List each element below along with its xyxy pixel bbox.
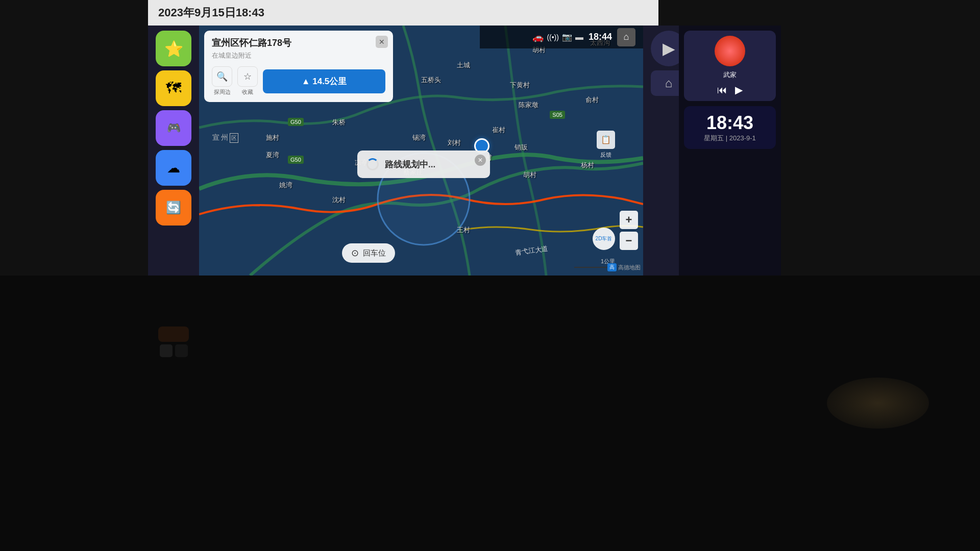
clock-time-display: 18:43 <box>690 112 770 134</box>
village-zhuqiao: 朱桥 <box>332 118 346 127</box>
village-shicun: 施村 <box>266 133 279 142</box>
map-top-bar: 🚗 ((•)) 📷 ▬ 18:44 ⌂ <box>480 26 643 48</box>
highway-s05: S05 <box>550 111 565 119</box>
clock-date-display: 星期五 | 2023-9-1 <box>690 134 770 143</box>
village-liucun: 刘村 <box>448 138 461 147</box>
music-controls: ⏮ ▶ <box>689 84 771 96</box>
add-favorites-button[interactable]: ☆ 收藏 <box>237 66 258 96</box>
village-xiawan: 夏湾 <box>266 151 279 160</box>
village-yangcun: 杨村 <box>581 161 594 170</box>
clock-widget: 18:43 星期五 | 2023-9-1 <box>684 106 776 149</box>
map-mode-button[interactable]: 2D车首 <box>593 228 615 250</box>
explore-nearby-button[interactable]: 🔍 探周边 <box>212 66 232 96</box>
app-exchange[interactable]: 🔄 <box>156 190 191 226</box>
xuanzhou-label: 宣州区 <box>212 133 238 143</box>
village-chenjiatun: 陈家墩 <box>519 101 538 110</box>
app-favorites[interactable]: ⭐ <box>156 31 191 66</box>
map-time-display: 18:44 <box>589 32 612 42</box>
map-home-button[interactable]: ⌂ <box>617 28 635 46</box>
music-album-art <box>715 36 745 66</box>
explore-icon: 🔍 <box>212 66 232 87</box>
location-title: 宣州区怀仁路178号 <box>212 37 385 49</box>
prev-track-button[interactable]: ⏮ <box>717 84 727 96</box>
app-reflection <box>148 327 199 362</box>
village-xiangcun: 下黄村 <box>510 81 530 90</box>
far-right-panel: 武家 ⏮ ▶ 18:43 星期五 | 2023-9-1 <box>679 26 781 276</box>
navigate-label: ▲ 14.5公里 <box>302 76 347 87</box>
location-actions: 🔍 探周边 ☆ 收藏 ▲ 14.5公里 <box>212 66 385 96</box>
app-map[interactable]: 🗺 <box>156 70 191 106</box>
datetime-display: 2023年9月15日18:43 <box>158 5 264 20</box>
amap-label: 高德地图 <box>618 264 641 271</box>
feedback-button[interactable]: 📋 <box>597 131 615 149</box>
village-hucun2: 胡村 <box>523 170 536 180</box>
navigate-button[interactable]: ▲ 14.5公里 <box>263 69 385 93</box>
music-title: 武家 <box>689 70 771 80</box>
music-widget: 武家 ⏮ ▶ <box>684 31 776 101</box>
favorites-icon: ☆ <box>237 66 258 87</box>
zoom-controls: + − <box>620 211 638 250</box>
camera-icon: 📷 <box>562 32 572 42</box>
location-popup: ✕ 宣州区怀仁路178号 在城皇边附近 🔍 探周边 ☆ 收藏 ▲ 14.5公里 <box>204 31 393 102</box>
screen: 2023年9月15日18:43 ⭐ 🗺 🎮 ☁ 🔄 青弋江大道 胡村 <box>0 0 980 551</box>
amap-logo: 高 高德地图 <box>607 263 641 271</box>
return-car-label: 回车位 <box>363 248 386 258</box>
explore-label: 探周边 <box>214 88 231 96</box>
village-xiwan: 锡湾 <box>412 133 426 142</box>
village-yaowan: 姚湾 <box>279 181 292 190</box>
return-car-button[interactable]: ⊙ 回车位 <box>342 243 395 263</box>
route-planning-dialog: 路线规划中... ✕ <box>357 151 490 178</box>
highway-g50-1: G50 <box>288 118 304 126</box>
favorites-label: 收藏 <box>242 88 253 96</box>
location-popup-close[interactable]: ✕ <box>376 36 388 48</box>
top-bar: 2023年9月15日18:43 <box>148 0 658 26</box>
village-wangcun2: 王村 <box>457 226 470 235</box>
return-car-icon: ⊙ <box>351 247 359 259</box>
highway-g50-2: G50 <box>288 156 304 164</box>
location-subtitle: 在城皇边附近 <box>212 51 385 60</box>
village-yucun: 俞村 <box>585 95 599 105</box>
zoom-out-button[interactable]: − <box>620 232 638 250</box>
village-cuicun: 崔村 <box>492 126 505 135</box>
play-pause-button[interactable]: ▶ <box>735 84 743 96</box>
signal-icon: ((•)) <box>547 33 559 41</box>
feedback-label: 反馈 <box>600 151 611 159</box>
route-dialog-close[interactable]: ✕ <box>475 155 486 166</box>
traffic-icon: 🚗 <box>532 32 544 43</box>
loading-spinner <box>366 158 379 170</box>
village-xiaoban: 销販 <box>514 143 528 152</box>
app-weather[interactable]: ☁ <box>156 150 191 186</box>
village-shencun: 沈村 <box>332 195 346 205</box>
bottom-bezel <box>0 276 980 551</box>
battery-icon: ▬ <box>575 33 583 42</box>
left-sidebar: ⭐ 🗺 🎮 ☁ 🔄 <box>148 26 199 276</box>
village-tucheng: 土城 <box>457 61 470 70</box>
village-wuqiaotou: 五桥头 <box>421 76 441 85</box>
bottom-light-reflection <box>827 378 929 429</box>
zoom-in-button[interactable]: + <box>620 211 638 229</box>
map-mode-label: 2D车首 <box>596 235 612 242</box>
feedback-area: 📋 反馈 <box>597 131 615 159</box>
route-planning-text: 路线规划中... <box>385 159 435 170</box>
app-game[interactable]: 🎮 <box>156 110 191 146</box>
